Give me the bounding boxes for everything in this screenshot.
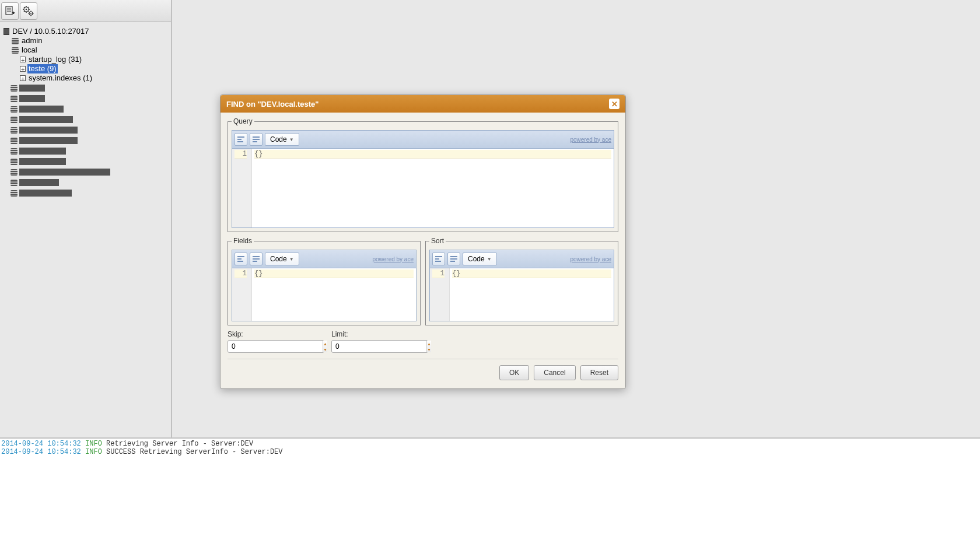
indent-left-button[interactable] (235, 133, 247, 146)
redacted-label (19, 158, 66, 165)
tree-db-redacted[interactable] (10, 177, 169, 188)
svg-line-15 (28, 7, 29, 8)
indent-right-button[interactable] (250, 133, 262, 146)
collection-label: teste (9) (27, 64, 58, 73)
database-icon (10, 180, 18, 186)
redacted-label (19, 106, 64, 113)
chevron-down-icon: ▼ (487, 257, 492, 262)
align-left-icon (237, 136, 245, 143)
tree-collection-system-indexes[interactable]: system.indexes (1) (19, 73, 169, 83)
tree-db-redacted[interactable] (10, 114, 169, 125)
align-lines-icon (252, 255, 260, 262)
code-text[interactable]: {} (450, 268, 614, 321)
redacted-label (19, 169, 110, 176)
align-lines-icon (252, 136, 260, 143)
limit-up-button[interactable]: ▲ (427, 341, 431, 346)
tree-db-redacted[interactable] (10, 146, 169, 156)
log-line: 2014-09-24 10:54:32 INFO Retrieving Serv… (1, 440, 979, 448)
redacted-label (19, 190, 72, 197)
database-icon (10, 85, 18, 92)
limit-input[interactable] (332, 341, 426, 352)
editor-toolbar: Code ▼ powered by ace (232, 131, 614, 149)
align-left-icon (237, 255, 245, 262)
fields-editor: Code ▼ powered by ace 1 {} (232, 250, 416, 321)
close-icon: ✕ (611, 100, 618, 108)
redacted-label (19, 179, 59, 186)
powered-by-link[interactable]: powered by ace (372, 256, 414, 262)
database-icon (12, 47, 19, 54)
query-code-area[interactable]: 1 {} (232, 149, 614, 227)
cancel-button[interactable]: Cancel (534, 365, 575, 380)
editor-toolbar: Code ▼ powered by ace (430, 250, 614, 268)
chevron-down-icon: ▼ (289, 137, 294, 142)
redacted-label (19, 116, 73, 123)
database-icon (10, 148, 18, 155)
tree-db-redacted[interactable] (10, 104, 169, 114)
tree-collection-teste[interactable]: teste (9) (19, 64, 169, 73)
align-left-icon (435, 255, 443, 262)
database-icon (10, 117, 18, 123)
sort-code-area[interactable]: 1 {} (430, 268, 614, 321)
database-icon (10, 96, 18, 102)
tree-view: DEV / 10.0.5.10:27017 admin local startu… (0, 22, 171, 203)
fields-legend: Fields (232, 237, 254, 245)
tree-db-redacted[interactable] (10, 125, 169, 135)
tree-db-redacted[interactable] (10, 156, 169, 167)
redacted-label (19, 148, 66, 155)
code-mode-dropdown[interactable]: Code ▼ (463, 253, 497, 265)
gutter: 1 (232, 149, 252, 227)
tree-server-node[interactable]: DEV / 10.0.5.10:27017 (2, 27, 169, 36)
new-connection-button[interactable] (1, 2, 19, 20)
code-mode-dropdown[interactable]: Code ▼ (265, 253, 299, 265)
redacted-label (19, 137, 78, 144)
tree-collection-startup-log[interactable]: startup_log (31) (19, 55, 169, 64)
fields-code-area[interactable]: 1 {} (232, 268, 416, 321)
database-icon (10, 138, 18, 144)
code-text[interactable]: {} (252, 268, 416, 321)
powered-by-link[interactable]: powered by ace (570, 136, 611, 143)
code-text[interactable]: {} (252, 149, 614, 227)
limit-label: Limit: (331, 330, 428, 338)
skip-down-button[interactable]: ▼ (323, 346, 327, 352)
dialog-title-bar: FIND on "DEV.local.teste" ✕ (220, 95, 625, 113)
database-icon (10, 190, 18, 197)
redacted-label (19, 95, 45, 102)
tree-db-admin[interactable]: admin (10, 36, 169, 45)
log-line: 2014-09-24 10:54:32 INFO SUCCESS Retriev… (1, 448, 979, 456)
log-panel: 2014-09-24 10:54:32 INFO Retrieving Serv… (0, 437, 980, 557)
skip-up-button[interactable]: ▲ (323, 341, 327, 346)
code-mode-label: Code (468, 255, 485, 263)
powered-by-link[interactable]: powered by ace (570, 256, 611, 262)
ok-button[interactable]: OK (499, 365, 529, 380)
tree-db-redacted[interactable] (10, 167, 169, 177)
gutter: 1 (232, 268, 252, 321)
dialog-actions: OK Cancel Reset (228, 359, 618, 381)
indent-right-button[interactable] (447, 253, 460, 265)
tree-db-redacted[interactable] (10, 83, 169, 93)
dialog-close-button[interactable]: ✕ (609, 99, 620, 109)
query-editor: Code ▼ powered by ace 1 {} (232, 130, 614, 228)
reset-button[interactable]: Reset (580, 365, 618, 380)
settings-button[interactable] (20, 2, 37, 20)
redacted-label (19, 127, 78, 134)
svg-line-12 (24, 7, 24, 8)
code-mode-dropdown[interactable]: Code ▼ (265, 133, 299, 146)
align-lines-icon (450, 255, 458, 262)
collection-label: system.indexes (1) (27, 73, 93, 83)
gears-icon (22, 5, 35, 17)
indent-left-button[interactable] (235, 253, 247, 265)
sidebar-toolbar (0, 0, 171, 22)
indent-right-button[interactable] (250, 253, 262, 265)
database-icon (10, 106, 18, 113)
database-icon (12, 38, 19, 44)
tree-db-redacted[interactable] (10, 188, 169, 198)
tree-db-local[interactable]: local (10, 45, 169, 55)
skip-input[interactable] (228, 341, 323, 352)
tree-db-redacted[interactable] (10, 93, 169, 104)
server-icon (4, 28, 9, 35)
collection-icon (20, 57, 26, 62)
sidebar: DEV / 10.0.5.10:27017 admin local startu… (0, 0, 172, 437)
limit-down-button[interactable]: ▼ (427, 346, 431, 352)
tree-db-redacted[interactable] (10, 135, 169, 146)
indent-left-button[interactable] (432, 253, 445, 265)
